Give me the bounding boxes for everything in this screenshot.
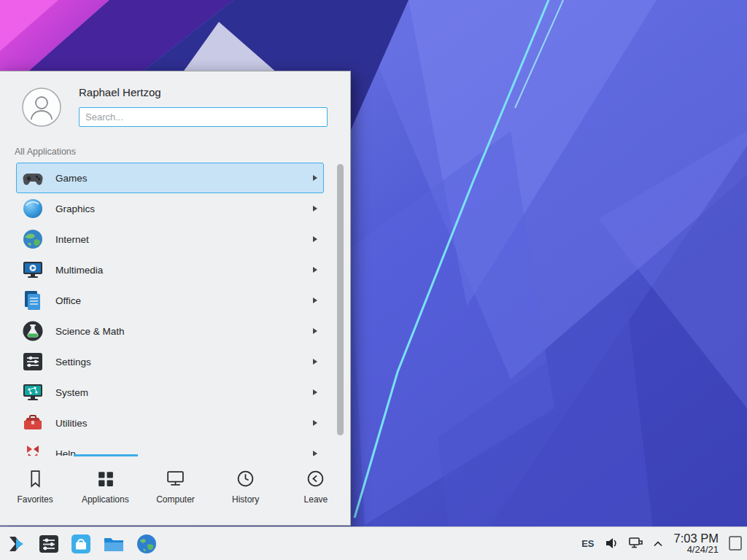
tab-computer[interactable]: Computer [140, 454, 210, 525]
chevron-right-icon [313, 175, 317, 181]
category-internet[interactable]: Internet [16, 224, 324, 254]
user-icon [22, 88, 61, 127]
launcher-tab-bar: Favorites Applications Computer History [0, 454, 351, 525]
documents-icon [21, 289, 44, 312]
clock-icon [236, 469, 255, 489]
user-avatar[interactable] [22, 88, 61, 127]
tab-label: Leave [304, 494, 328, 505]
system-monitor-icon [21, 381, 44, 404]
category-utilities[interactable]: Utilities [16, 408, 324, 438]
keyboard-layout-indicator[interactable]: ES [581, 538, 594, 549]
tab-applications[interactable]: Applications [70, 454, 140, 525]
app-category-list: Games Graphics Internet [0, 163, 351, 456]
application-launcher-menu: Raphael Hertzog All Applications Games G… [0, 71, 351, 526]
chevron-right-icon [313, 236, 317, 242]
taskbar: ES 7:03 PM 4/24/21 [0, 526, 747, 560]
gamepad-icon [21, 166, 44, 190]
chevron-right-icon [313, 267, 317, 273]
search-input[interactable] [79, 107, 328, 127]
tab-history[interactable]: History [211, 454, 281, 525]
category-label: System [55, 387, 313, 398]
taskbar-launchers [6, 533, 158, 555]
tab-favorites[interactable]: Favorites [0, 454, 70, 525]
app-launcher-icon[interactable] [6, 533, 28, 555]
category-label: Games [55, 173, 313, 184]
tab-leave[interactable]: Leave [281, 454, 351, 525]
category-label: Science & Math [55, 326, 313, 337]
category-games[interactable]: Games [16, 163, 324, 193]
sliders-icon [21, 350, 44, 373]
category-label: Internet [55, 234, 313, 245]
category-label: Settings [55, 357, 313, 368]
tab-label: Computer [156, 494, 195, 505]
network-icon[interactable] [628, 536, 644, 551]
chevron-right-icon [313, 359, 317, 365]
category-science-math[interactable]: Science & Math [16, 316, 324, 346]
tab-label: History [232, 494, 259, 505]
category-office[interactable]: Office [16, 285, 324, 316]
toolbox-icon [21, 411, 44, 435]
chevron-right-icon [313, 298, 317, 303]
active-tab-indicator [74, 454, 138, 456]
category-graphics[interactable]: Graphics [16, 193, 324, 224]
tab-label: Applications [82, 494, 129, 505]
category-label: Multimedia [55, 265, 313, 276]
tab-label: Favorites [17, 494, 53, 505]
chevron-right-icon [313, 206, 317, 211]
grid-icon [96, 469, 115, 489]
monitor-play-icon [21, 258, 44, 281]
web-browser-icon[interactable] [136, 533, 158, 555]
flask-icon [21, 319, 44, 343]
category-label: Office [55, 295, 313, 306]
category-system[interactable]: System [16, 377, 324, 408]
tray-expander-icon[interactable] [654, 540, 662, 547]
category-label: Graphics [55, 203, 313, 214]
clock-date: 4/24/21 [674, 545, 719, 556]
leave-icon [306, 469, 325, 489]
chevron-right-icon [313, 328, 317, 334]
show-desktop-icon[interactable] [728, 533, 743, 553]
chevron-right-icon [313, 420, 317, 426]
category-multimedia[interactable]: Multimedia [16, 254, 324, 285]
section-label: All Applications [15, 147, 76, 157]
list-scrollbar[interactable] [337, 164, 344, 435]
settings-app-icon[interactable] [38, 533, 60, 555]
system-tray: ES 7:03 PM 4/24/21 [581, 532, 743, 556]
category-settings[interactable]: Settings [16, 346, 324, 377]
category-label: Utilities [55, 418, 313, 429]
digital-clock[interactable]: 7:03 PM 4/24/21 [674, 532, 719, 556]
chevron-right-icon [313, 389, 317, 395]
user-name: Raphael Hertzog [79, 86, 161, 98]
computer-icon [166, 469, 185, 489]
software-center-icon[interactable] [70, 533, 92, 555]
clock-time: 7:03 PM [674, 532, 719, 545]
globe-icon [21, 228, 44, 251]
volume-icon[interactable] [604, 536, 619, 551]
file-manager-icon[interactable] [102, 533, 125, 555]
graphics-orb-icon [21, 197, 44, 220]
category-help[interactable]: Help [16, 438, 324, 456]
bookmark-icon [26, 469, 45, 489]
